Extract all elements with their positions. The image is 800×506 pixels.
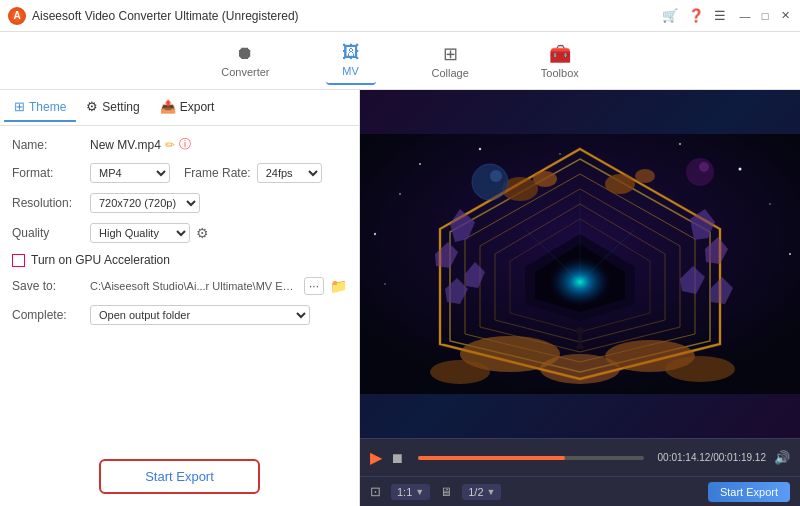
saveto-label: Save to: bbox=[12, 279, 84, 293]
toolbox-icon: 🧰 bbox=[549, 43, 571, 65]
video-preview bbox=[360, 90, 800, 438]
browse-dots-btn[interactable]: ··· bbox=[304, 277, 324, 295]
tab-mv-label: MV bbox=[342, 65, 359, 77]
framerate-label: Frame Rate: bbox=[184, 166, 251, 180]
gpu-checkbox[interactable] bbox=[12, 254, 25, 267]
start-export-left-button[interactable]: Start Export bbox=[99, 459, 260, 494]
svg-point-2 bbox=[419, 163, 421, 165]
tab-collage-label: Collage bbox=[432, 67, 469, 79]
folder-icon[interactable]: 📁 bbox=[330, 278, 347, 294]
titlebar: A Aiseesoft Video Converter Ultimate (Un… bbox=[0, 0, 800, 32]
ratio-1-2-btn[interactable]: 1/2 ▼ bbox=[462, 484, 501, 500]
svg-point-43 bbox=[490, 170, 502, 182]
stop-button[interactable]: ⏹ bbox=[390, 450, 404, 466]
titlebar-action-icons: 🛒 ❓ ☰ bbox=[662, 8, 726, 23]
play-button[interactable]: ▶ bbox=[370, 448, 382, 467]
subtab-theme-label: Theme bbox=[29, 100, 66, 114]
gpu-label: Turn on GPU Acceleration bbox=[31, 253, 170, 267]
name-field: New MV.mp4 ✏ ⓘ bbox=[90, 136, 191, 153]
svg-point-45 bbox=[699, 162, 709, 172]
sub-tabs: ⊞ Theme ⚙ Setting 📤 Export bbox=[0, 90, 359, 126]
ratio-2-chevron: ▼ bbox=[487, 487, 496, 497]
framerate-select[interactable]: 24fps25fps30fps60fps bbox=[257, 163, 322, 183]
name-info-icon[interactable]: ⓘ bbox=[179, 136, 191, 153]
svg-point-44 bbox=[686, 158, 714, 186]
close-btn[interactable]: ✕ bbox=[778, 9, 792, 23]
svg-point-3 bbox=[479, 148, 481, 150]
save-path-text: C:\Aiseesoft Studio\Ai...r Ultimate\MV E… bbox=[90, 280, 298, 292]
right-panel: ▶ ⏹ 00:01:14.12/00:01:19.12 🔊 ⊡ 1:1 ▼ 🖥 … bbox=[360, 90, 800, 506]
window-controls: — □ ✕ bbox=[738, 9, 792, 23]
tab-collage[interactable]: ⊞ Collage bbox=[416, 37, 485, 85]
svg-rect-39 bbox=[578, 334, 582, 347]
export-section: Start Export bbox=[0, 447, 359, 506]
quality-label: Quality bbox=[12, 226, 84, 240]
save-to-row: Save to: C:\Aiseesoft Studio\Ai...r Ulti… bbox=[12, 277, 347, 295]
tab-toolbox[interactable]: 🧰 Toolbox bbox=[525, 37, 595, 85]
export-icon: 📤 bbox=[160, 99, 176, 114]
svg-point-5 bbox=[679, 143, 681, 145]
progress-fill bbox=[418, 456, 565, 460]
start-export-right-button[interactable]: Start Export bbox=[708, 482, 790, 502]
help-icon[interactable]: ❓ bbox=[688, 8, 704, 23]
player-controls: ▶ ⏹ 00:01:14.12/00:01:19.12 🔊 bbox=[360, 438, 800, 476]
tab-mv[interactable]: 🖼 MV bbox=[326, 36, 376, 85]
theme-grid-icon: ⊞ bbox=[14, 99, 25, 114]
settings-form: Name: New MV.mp4 ✏ ⓘ Format: MP4MOVAVIMK… bbox=[0, 126, 359, 447]
name-edit-icon[interactable]: ✏ bbox=[165, 138, 175, 152]
player-controls-bottom: ⊡ 1:1 ▼ 🖥 1/2 ▼ Start Export bbox=[360, 476, 800, 506]
complete-select[interactable]: Open output folderDo nothingShut down bbox=[90, 305, 310, 325]
time-display: 00:01:14.12/00:01:19.12 bbox=[658, 452, 766, 463]
svg-point-6 bbox=[739, 168, 742, 171]
format-row: Format: MP4MOVAVIMKVWMV Frame Rate: 24fp… bbox=[12, 163, 347, 183]
setting-gear-icon: ⚙ bbox=[86, 99, 98, 114]
svg-point-10 bbox=[789, 253, 791, 255]
tab-converter[interactable]: ⏺ Converter bbox=[205, 37, 285, 84]
crop-icon[interactable]: ⊡ bbox=[370, 484, 381, 499]
main-content: ⊞ Theme ⚙ Setting 📤 Export Name: New MV.… bbox=[0, 90, 800, 506]
complete-label: Complete: bbox=[12, 308, 84, 322]
maximize-btn[interactable]: □ bbox=[758, 9, 772, 23]
ratio-1-1-btn[interactable]: 1:1 ▼ bbox=[391, 484, 430, 500]
resolution-row: Resolution: 720x720 (720p)1280x720 (720p… bbox=[12, 193, 347, 213]
quality-select[interactable]: High QualityMedium QualityLow Quality bbox=[90, 223, 190, 243]
quality-settings-gear-icon[interactable]: ⚙ bbox=[196, 225, 209, 241]
format-select[interactable]: MP4MOVAVIMKVWMV bbox=[90, 163, 170, 183]
quality-row: Quality High QualityMedium QualityLow Qu… bbox=[12, 223, 347, 243]
complete-row: Complete: Open output folderDo nothingSh… bbox=[12, 305, 347, 325]
subtab-theme[interactable]: ⊞ Theme bbox=[4, 93, 76, 122]
converter-icon: ⏺ bbox=[236, 43, 254, 64]
app-logo: A bbox=[8, 7, 26, 25]
resolution-select[interactable]: 720x720 (720p)1280x720 (720p)1920x1080 (… bbox=[90, 193, 200, 213]
gpu-acceleration-row: Turn on GPU Acceleration bbox=[12, 253, 347, 267]
mv-icon: 🖼 bbox=[342, 42, 360, 63]
svg-point-4 bbox=[559, 153, 561, 155]
svg-point-36 bbox=[430, 360, 490, 384]
name-label: Name: bbox=[12, 138, 84, 152]
tab-toolbox-label: Toolbox bbox=[541, 67, 579, 79]
svg-point-40 bbox=[576, 327, 584, 335]
name-value: New MV.mp4 bbox=[90, 138, 161, 152]
cart-icon[interactable]: 🛒 bbox=[662, 8, 678, 23]
svg-point-7 bbox=[399, 193, 401, 195]
subtab-export[interactable]: 📤 Export bbox=[150, 93, 225, 122]
svg-point-9 bbox=[374, 233, 376, 235]
svg-point-8 bbox=[769, 203, 771, 205]
left-panel: ⊞ Theme ⚙ Setting 📤 Export Name: New MV.… bbox=[0, 90, 360, 506]
ratio-1-chevron: ▼ bbox=[415, 487, 424, 497]
monitor-icon[interactable]: 🖥 bbox=[440, 485, 452, 499]
minimize-btn[interactable]: — bbox=[738, 9, 752, 23]
collage-icon: ⊞ bbox=[443, 43, 458, 65]
menu-icon[interactable]: ☰ bbox=[714, 8, 726, 23]
volume-icon[interactable]: 🔊 bbox=[774, 450, 790, 465]
nav-tabs: ⏺ Converter 🖼 MV ⊞ Collage 🧰 Toolbox bbox=[0, 32, 800, 90]
svg-point-37 bbox=[665, 356, 735, 382]
subtab-setting-label: Setting bbox=[102, 100, 139, 114]
ratio-1-1-label: 1:1 bbox=[397, 486, 412, 498]
resolution-label: Resolution: bbox=[12, 196, 84, 210]
progress-bar[interactable] bbox=[418, 456, 644, 460]
subtab-export-label: Export bbox=[180, 100, 215, 114]
svg-point-11 bbox=[384, 283, 386, 285]
name-row: Name: New MV.mp4 ✏ ⓘ bbox=[12, 136, 347, 153]
subtab-setting[interactable]: ⚙ Setting bbox=[76, 93, 149, 122]
